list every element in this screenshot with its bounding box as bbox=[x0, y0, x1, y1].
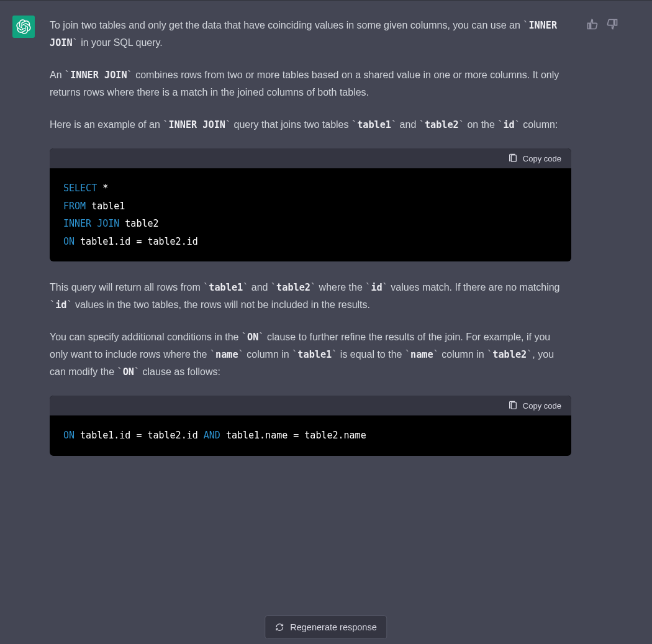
inline-code: id bbox=[497, 119, 520, 130]
inline-code: name bbox=[405, 349, 439, 360]
token: table1 bbox=[86, 201, 125, 212]
token: * bbox=[97, 183, 108, 194]
copy-label: Copy code bbox=[523, 401, 561, 410]
text: You can specify additional conditions in… bbox=[50, 332, 242, 342]
inline-code: table2 bbox=[487, 349, 532, 360]
inline-code: id bbox=[365, 282, 388, 293]
openai-logo-icon bbox=[16, 19, 31, 34]
paragraph-2: An INNER JOIN combines rows from two or … bbox=[50, 66, 571, 101]
code-header: Copy code bbox=[50, 148, 571, 168]
token: ON bbox=[63, 430, 75, 441]
inline-code: INNER JOIN bbox=[65, 70, 133, 81]
thumbs-up-icon bbox=[586, 18, 599, 30]
token: AND bbox=[204, 430, 220, 441]
inline-code: table2 bbox=[271, 282, 316, 293]
thumbs-down-icon bbox=[606, 18, 618, 30]
svg-rect-1 bbox=[511, 402, 516, 409]
paragraph-5: You can specify additional conditions in… bbox=[50, 329, 571, 381]
code-content[interactable]: SELECT * FROM table1 INNER JOIN table2 O… bbox=[50, 168, 571, 261]
inline-code: id bbox=[50, 299, 73, 311]
token: JOIN bbox=[91, 218, 119, 229]
text: column in bbox=[244, 349, 292, 360]
inline-code: table1 bbox=[203, 282, 248, 293]
text: An bbox=[50, 70, 65, 80]
text: Here is an example of an bbox=[50, 119, 163, 130]
token: table2 bbox=[119, 218, 158, 229]
paragraph-3: Here is an example of an INNER JOIN quer… bbox=[50, 116, 571, 134]
token: SELECT bbox=[63, 183, 97, 194]
inline-code: table2 bbox=[419, 119, 464, 130]
regenerate-label: Regenerate response bbox=[290, 622, 376, 632]
code-block-2: Copy code ON table1.id = table2.id AND t… bbox=[50, 396, 571, 456]
text: To join two tables and only get the data… bbox=[50, 20, 523, 30]
feedback-buttons bbox=[586, 16, 618, 473]
token: table2.id bbox=[142, 236, 197, 247]
regenerate-response-button[interactable]: Regenerate response bbox=[265, 615, 387, 639]
text: on the bbox=[464, 119, 497, 130]
token: INNER bbox=[63, 218, 91, 229]
token: table1.id bbox=[75, 236, 136, 247]
text: in your SQL query. bbox=[78, 37, 163, 48]
assistant-message: To join two tables and only get the data… bbox=[0, 1, 652, 498]
thumbs-up-button[interactable] bbox=[586, 18, 599, 30]
inline-code: table1 bbox=[292, 349, 337, 360]
text: values match. If there are no matching bbox=[388, 282, 560, 293]
text: where the bbox=[316, 282, 365, 293]
copy-label: Copy code bbox=[523, 154, 561, 163]
paragraph-4: This query will return all rows from tab… bbox=[50, 279, 571, 314]
message-content: To join two tables and only get the data… bbox=[50, 16, 571, 473]
copy-code-button[interactable]: Copy code bbox=[508, 401, 561, 410]
token: table1.name bbox=[220, 430, 293, 441]
text: and bbox=[248, 282, 271, 293]
clipboard-icon bbox=[508, 153, 518, 163]
text: This query will return all rows from bbox=[50, 282, 203, 293]
code-block-1: Copy code SELECT * FROM table1 INNER JOI… bbox=[50, 148, 571, 261]
code-header: Copy code bbox=[50, 396, 571, 415]
text: clause as follows: bbox=[140, 366, 220, 377]
token: table1.id bbox=[75, 430, 136, 441]
paragraph-1: To join two tables and only get the data… bbox=[50, 17, 571, 52]
assistant-avatar bbox=[12, 16, 35, 38]
copy-code-button[interactable]: Copy code bbox=[508, 153, 561, 163]
token: FROM bbox=[63, 201, 86, 212]
text: is equal to the bbox=[337, 349, 405, 360]
text: and bbox=[397, 119, 419, 130]
code-content[interactable]: ON table1.id = table2.id AND table1.name… bbox=[50, 415, 571, 456]
token: ON bbox=[63, 236, 75, 247]
text: column in bbox=[439, 349, 487, 360]
refresh-icon bbox=[275, 623, 284, 632]
token: = bbox=[293, 430, 299, 441]
token: table2.id bbox=[142, 430, 203, 441]
text: column: bbox=[520, 119, 558, 130]
token: table2.name bbox=[299, 430, 366, 441]
inline-code: INNER JOIN bbox=[163, 119, 231, 130]
inline-code: ON bbox=[242, 332, 265, 343]
inline-code: name bbox=[210, 349, 244, 360]
text: query that joins two tables bbox=[231, 119, 351, 130]
inline-code: ON bbox=[117, 366, 140, 378]
clipboard-icon bbox=[508, 401, 518, 410]
text: values in the two tables, the rows will … bbox=[73, 299, 370, 310]
svg-rect-0 bbox=[511, 155, 516, 162]
thumbs-down-button[interactable] bbox=[606, 18, 618, 30]
inline-code: table1 bbox=[351, 119, 397, 130]
